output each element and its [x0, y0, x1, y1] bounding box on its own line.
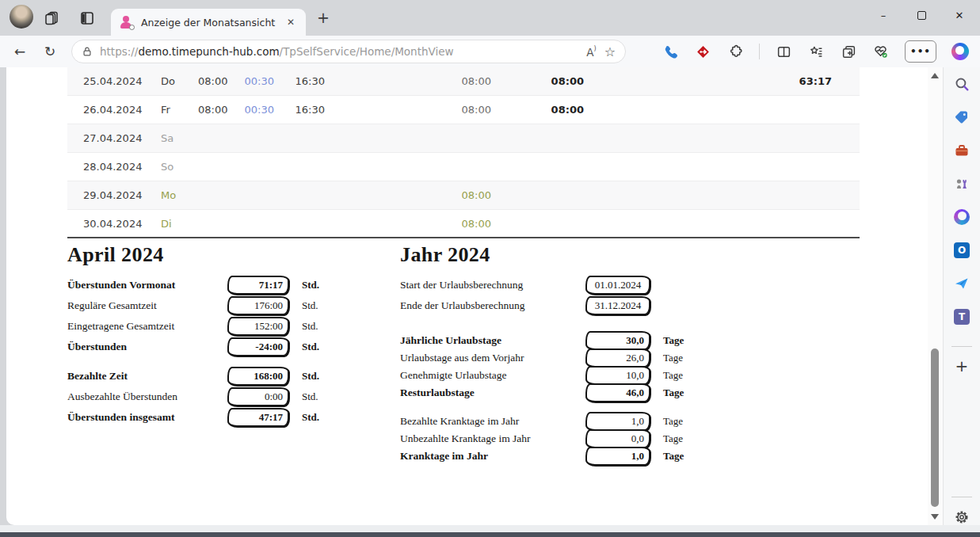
outlook-icon[interactable]: O: [953, 242, 970, 259]
table-row[interactable]: 27.04.2024 Sa: [67, 124, 860, 153]
phone-icon[interactable]: [662, 43, 679, 60]
unit-label: Tage: [663, 387, 684, 399]
page-scrollbar[interactable]: [928, 67, 943, 525]
summary-label: Überstunden Vormonat: [67, 279, 227, 291]
value-box: 10,0: [585, 366, 650, 385]
sidebar-add-button[interactable]: +: [955, 358, 969, 374]
summary-label: Urlaubstage aus dem Vorjahr: [400, 352, 585, 364]
window-close-button[interactable]: ✕: [941, 0, 978, 30]
value-box: 1,0: [585, 447, 650, 466]
split-screen-icon[interactable]: [775, 43, 792, 60]
tools-toolbox-icon[interactable]: [953, 142, 970, 159]
summary-label: Reguläre Gesamtzeit: [67, 299, 227, 312]
unit-label: Std.: [302, 279, 319, 291]
browser-window: Anzeige der Monatsansicht ✕ + – ✕ ← ↻ ht…: [0, 0, 980, 537]
unit-label: Std.: [302, 370, 319, 383]
summary-label: Bezahlte Kranktage im Jahr: [400, 415, 585, 428]
table-row[interactable]: 26.04.2024 Fr 08:00 00:30 16:30 08:00 08…: [67, 96, 860, 124]
settings-gear-icon[interactable]: [953, 508, 970, 526]
tab-actions-icon[interactable]: [79, 10, 95, 26]
table-row[interactable]: 30.04.2024 Di 08:00: [67, 210, 860, 238]
summary-label: Eingetragene Gesamtzeit: [67, 320, 227, 333]
drop-paper-plane-icon[interactable]: [953, 275, 970, 292]
favorite-star-icon[interactable]: ☆: [604, 44, 616, 59]
edge-sidebar: O T +: [943, 67, 980, 532]
summary-label: Ausbezahlte Überstunden: [67, 390, 227, 403]
window-frame: [0, 525, 980, 532]
value-box: 1,0: [585, 412, 650, 431]
unit-label: Std.: [302, 411, 319, 424]
refresh-button[interactable]: ↻: [38, 40, 62, 63]
summary-label: Bezahlte Zeit: [67, 370, 227, 383]
summary-label: Jährliche Urlaubstage: [400, 334, 585, 347]
summary-label: Überstunden: [67, 341, 227, 353]
search-icon[interactable]: [953, 75, 970, 93]
table-row[interactable]: 28.04.2024 So: [67, 153, 860, 181]
value-box: 01.01.2024: [585, 276, 650, 295]
value-box: 176:00: [227, 296, 289, 315]
value-box: 71:17: [227, 276, 289, 295]
table-row[interactable]: 29.04.2024 Mo 08:00: [67, 181, 860, 210]
favorites-hub-icon[interactable]: [807, 43, 825, 60]
summary-label: Kranktage im Jahr: [400, 450, 585, 463]
unit-label: Tage: [663, 352, 683, 364]
teams-icon[interactable]: T: [953, 308, 970, 326]
month-summary-title: April 2024: [67, 243, 384, 275]
browser-tab[interactable]: Anzeige der Monatsansicht ✕: [111, 9, 306, 36]
extensions-puzzle-icon[interactable]: [726, 43, 744, 60]
summary-label: Genehmigte Urlaubstage: [400, 369, 585, 382]
microsoft365-icon[interactable]: [953, 208, 970, 226]
workspaces-icon[interactable]: [44, 10, 60, 26]
value-box: 152:00: [227, 317, 289, 336]
value-box: 47:17: [227, 408, 289, 427]
games-icon[interactable]: [953, 175, 970, 192]
unit-label: Tage: [663, 415, 683, 428]
unit-label: Tage: [663, 450, 684, 463]
shopping-tag-icon[interactable]: [953, 109, 970, 126]
value-box: 0,0: [585, 429, 650, 448]
unit-label: Std.: [302, 341, 319, 353]
copilot-icon[interactable]: [951, 43, 969, 60]
value-box: 168:00: [227, 367, 289, 386]
url-text: https://demo.timepunch-hub.com/TpSelfSer…: [100, 45, 580, 58]
unit-label: Std.: [302, 299, 318, 312]
browser-toolbar: ← ↻ https://demo.timepunch-hub.com/TpSel…: [0, 36, 980, 67]
scroll-down-icon[interactable]: [931, 514, 939, 520]
value-box: -24:00: [227, 337, 289, 356]
profile-avatar[interactable]: [10, 5, 33, 29]
extension-red-icon[interactable]: [694, 43, 711, 60]
unit-label: Tage: [663, 369, 683, 382]
timepunch-favicon: [120, 16, 134, 29]
unit-label: Std.: [302, 390, 318, 403]
sidebar-divider: [951, 497, 972, 497]
unit-label: Tage: [663, 432, 683, 445]
timesheet-table: 25.04.2024 Do 08:00 00:30 16:30 08:00 08…: [67, 67, 860, 238]
value-box: 0:00: [227, 387, 289, 406]
sidebar-divider: [951, 346, 972, 347]
window-minimize-button[interactable]: –: [865, 0, 902, 30]
scrollbar-thumb[interactable]: [931, 348, 939, 507]
lock-icon: [82, 46, 93, 57]
new-tab-button[interactable]: +: [317, 10, 330, 25]
tab-close-icon[interactable]: ✕: [282, 15, 299, 29]
month-summary: April 2024 Überstunden Vormonat71:17Std.…: [67, 243, 384, 428]
summary-label: Überstunden insgesamt: [67, 411, 227, 424]
browser-essentials-icon[interactable]: [872, 43, 890, 60]
read-aloud-icon[interactable]: A): [586, 45, 596, 59]
summary-label: Resturlaubstage: [400, 387, 585, 399]
title-bar: Anzeige der Monatsansicht ✕ + – ✕: [0, 0, 980, 36]
taskbar-edge: [0, 532, 980, 537]
table-row[interactable]: 25.04.2024 Do 08:00 00:30 16:30 08:00 08…: [67, 67, 860, 96]
value-box: 31.12.2024: [585, 296, 650, 315]
unit-label: Tage: [663, 334, 684, 347]
year-summary-title: Jahr 2024: [400, 243, 757, 275]
tab-title: Anzeige der Monatsansicht: [141, 17, 282, 29]
scroll-up-icon[interactable]: [931, 73, 939, 78]
toolbar-divider: [759, 44, 760, 59]
address-bar[interactable]: https://demo.timepunch-hub.com/TpSelfSer…: [71, 40, 626, 63]
back-button[interactable]: ←: [8, 40, 32, 63]
collections-icon[interactable]: [840, 43, 857, 60]
settings-more-button[interactable]: •••: [905, 40, 936, 63]
window-maximize-button[interactable]: [903, 0, 940, 30]
summary-label: Unbezahlte Kranktage im Jahr: [400, 432, 585, 445]
